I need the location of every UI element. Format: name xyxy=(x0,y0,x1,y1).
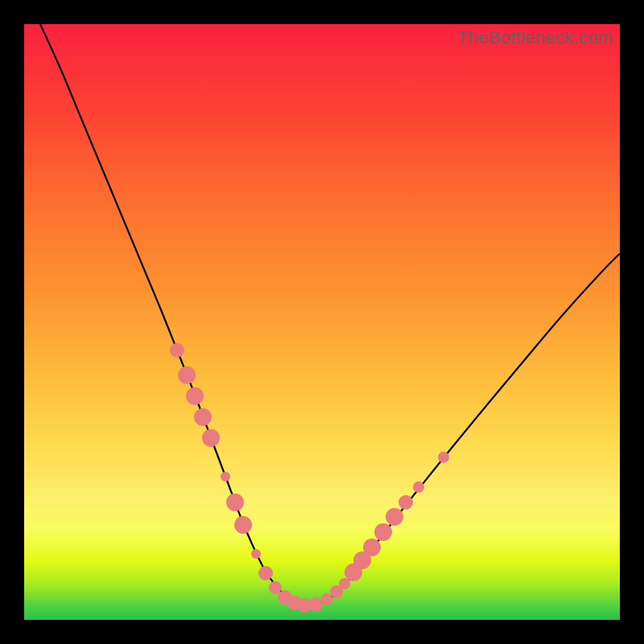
plot-frame: TheBottleneck.com xyxy=(24,24,620,620)
curve-marker xyxy=(258,566,273,580)
curve-marker xyxy=(363,539,381,556)
curve-marker xyxy=(269,581,282,594)
curve-marker xyxy=(321,593,332,605)
curve-marker xyxy=(398,495,413,510)
bottleneck-curve xyxy=(40,24,620,606)
curve-marker xyxy=(194,408,212,426)
curve-marker xyxy=(413,481,424,493)
curve-marker xyxy=(374,523,392,541)
curve-marker xyxy=(186,387,204,405)
bottleneck-curve-svg xyxy=(24,24,620,620)
curve-marker xyxy=(226,493,244,511)
curve-marker xyxy=(386,508,403,526)
curve-marker xyxy=(251,549,261,559)
curve-marker xyxy=(202,429,220,447)
curve-marker xyxy=(221,472,230,481)
curve-marker xyxy=(308,597,323,612)
curve-marker xyxy=(438,452,449,463)
curve-markers xyxy=(170,343,449,613)
curve-marker xyxy=(170,343,184,357)
curve-marker xyxy=(178,366,196,384)
curve-marker xyxy=(234,516,252,534)
